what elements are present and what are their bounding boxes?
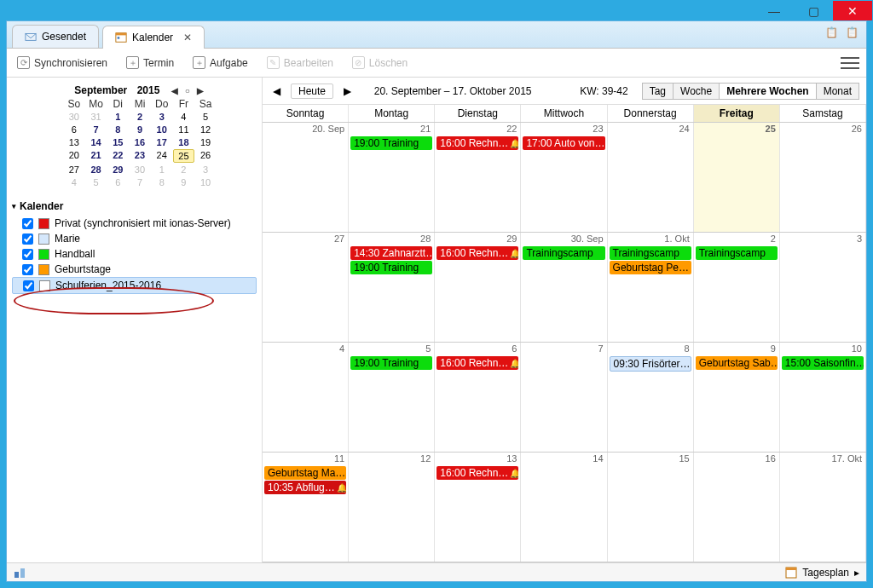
day-cell[interactable]: 2216:00 Rechn…🔔: [435, 123, 521, 232]
view-monat-button[interactable]: Monat: [817, 83, 859, 100]
calendar-checkbox[interactable]: [22, 233, 33, 245]
day-cell[interactable]: 2Trainingscamp: [694, 233, 780, 342]
status-icon[interactable]: [14, 567, 26, 579]
mini-cal-day[interactable]: 7: [129, 176, 151, 188]
day-cell[interactable]: 2814:30 Zahnarztt…19:00 Training: [349, 233, 435, 342]
tab-close-icon[interactable]: ✕: [183, 32, 192, 43]
day-cell[interactable]: 2119:00 Training: [349, 123, 435, 232]
day-cell[interactable]: 27: [263, 233, 349, 342]
day-cell[interactable]: 4: [263, 343, 349, 452]
day-cell[interactable]: 26: [780, 123, 866, 232]
view-woche-button[interactable]: Woche: [674, 83, 720, 100]
day-cell[interactable]: 3: [780, 233, 866, 342]
event[interactable]: 17:00 Auto von…: [523, 136, 604, 150]
tab-gesendet[interactable]: Gesendet: [12, 25, 99, 48]
mini-cal-day[interactable]: 5: [85, 176, 107, 188]
mini-cal-day[interactable]: 1: [151, 164, 173, 176]
mini-cal-day[interactable]: 5: [194, 111, 217, 123]
mini-cal-day[interactable]: 27: [63, 164, 85, 176]
menu-button[interactable]: [841, 55, 859, 71]
event[interactable]: 16:00 Rechn…🔔: [436, 136, 518, 150]
mini-cal-day[interactable]: 8: [107, 124, 129, 135]
mini-cal-day[interactable]: 9: [173, 176, 195, 188]
mini-cal-day[interactable]: 26: [194, 149, 217, 163]
mini-cal-day[interactable]: 29: [107, 164, 129, 176]
calendar-row[interactable]: Handball: [12, 246, 257, 262]
day-cell[interactable]: 809:30 Frisörter…: [608, 343, 694, 452]
view-tag-button[interactable]: Tag: [642, 83, 674, 100]
day-cell[interactable]: 15: [608, 453, 694, 562]
maximize-button[interactable]: ▢: [794, 1, 833, 20]
mini-cal-day[interactable]: 1: [107, 111, 129, 123]
new-termin-button[interactable]: ＋Termin: [123, 54, 177, 72]
mini-cal-day[interactable]: 18: [173, 136, 195, 148]
event[interactable]: 16:00 Rechn…🔔: [436, 466, 518, 480]
event[interactable]: 16:00 Rechn…🔔: [436, 356, 518, 370]
event[interactable]: 14:30 Zahnarztt…: [350, 246, 432, 260]
clipboard-icon[interactable]: 📋: [825, 26, 837, 38]
mini-cal-day[interactable]: 10: [194, 176, 217, 188]
minimize-button[interactable]: —: [754, 1, 794, 20]
mini-cal-day[interactable]: 4: [173, 111, 195, 123]
prev-week-button[interactable]: ◀: [269, 84, 284, 99]
event[interactable]: 19:00 Training: [350, 261, 432, 274]
calendar-row[interactable]: Privat (synchronisiert mit ionas-Server): [12, 216, 257, 231]
day-cell[interactable]: 1316:00 Rechn…🔔: [435, 453, 521, 562]
event[interactable]: Geburtstag Ma…: [264, 466, 346, 480]
mini-cal-day[interactable]: 23: [129, 149, 151, 163]
mini-cal-day[interactable]: 31: [85, 111, 107, 123]
mini-cal-day[interactable]: 6: [63, 124, 85, 135]
tagesplan-button[interactable]: Tagesplan ▸: [785, 567, 859, 579]
mini-cal-day[interactable]: 22: [107, 149, 129, 163]
day-cell[interactable]: 7: [521, 343, 607, 452]
mini-cal-day[interactable]: 24: [151, 149, 173, 163]
mini-cal-day[interactable]: 11: [173, 124, 195, 135]
mini-cal-next[interactable]: ▶: [195, 86, 205, 95]
day-cell[interactable]: 20. Sep: [263, 123, 349, 232]
event[interactable]: 10:35 Abflug…🔔: [264, 481, 346, 494]
next-week-button[interactable]: ▶: [340, 84, 355, 99]
mini-cal-day[interactable]: 30: [63, 111, 85, 123]
view-mehrere-button[interactable]: Mehrere Wochen: [720, 83, 816, 100]
mini-cal-day[interactable]: 10: [151, 124, 173, 135]
event[interactable]: Trainingscamp: [696, 246, 778, 260]
mini-cal-day[interactable]: 20: [63, 149, 85, 163]
tab-kalender[interactable]: Kalender ✕: [102, 26, 205, 49]
event[interactable]: Trainingscamp: [523, 246, 604, 260]
day-cell[interactable]: 2916:00 Rechn…🔔: [435, 233, 521, 342]
day-cell[interactable]: 17. Okt: [780, 453, 866, 562]
mini-cal-day[interactable]: 30: [129, 164, 151, 176]
mini-cal-day[interactable]: 9: [129, 124, 151, 135]
calendar-checkbox[interactable]: [22, 218, 33, 229]
day-cell[interactable]: 2317:00 Auto von…: [521, 123, 607, 232]
mini-cal-day[interactable]: 2: [129, 111, 151, 123]
mini-cal-day[interactable]: 3: [194, 164, 217, 176]
task-icon[interactable]: 📋: [846, 26, 858, 38]
calendar-row[interactable]: Geburtstage: [12, 262, 257, 277]
day-cell[interactable]: 11Geburtstag Ma…10:35 Abflug…🔔: [263, 453, 349, 562]
calendar-checkbox[interactable]: [22, 249, 33, 260]
mini-cal-day[interactable]: 25: [173, 149, 195, 163]
mini-cal-prev[interactable]: ◀: [170, 86, 180, 95]
mini-cal-today[interactable]: ○: [183, 86, 192, 95]
day-cell[interactable]: 616:00 Rechn…🔔: [435, 343, 521, 452]
sync-button[interactable]: ⟳Synchronisieren: [14, 54, 111, 72]
mini-cal-day[interactable]: 4: [63, 176, 85, 188]
day-cell[interactable]: 16: [694, 453, 780, 562]
event[interactable]: Geburtstag Pe…: [610, 261, 691, 274]
calendar-checkbox[interactable]: [22, 264, 33, 275]
day-cell[interactable]: 1. OktTrainingscampGeburtstag Pe…: [608, 233, 694, 342]
mini-cal-day[interactable]: 2: [173, 164, 195, 176]
mini-cal-day[interactable]: 8: [151, 176, 173, 188]
event[interactable]: Trainingscamp: [610, 246, 691, 260]
event[interactable]: 19:00 Training: [350, 356, 432, 370]
mini-cal-day[interactable]: 3: [151, 111, 173, 123]
calendar-row[interactable]: Marie: [12, 231, 257, 246]
calendar-list-header[interactable]: Kalender: [12, 200, 257, 212]
mini-cal-day[interactable]: 16: [129, 136, 151, 148]
day-cell[interactable]: 24: [608, 123, 694, 232]
mini-cal-day[interactable]: 6: [107, 176, 129, 188]
day-cell[interactable]: 14: [521, 453, 607, 562]
day-cell[interactable]: 9Geburtstag Sab…: [694, 343, 780, 452]
day-cell[interactable]: 1015:00 Saisonfin…: [780, 343, 866, 452]
